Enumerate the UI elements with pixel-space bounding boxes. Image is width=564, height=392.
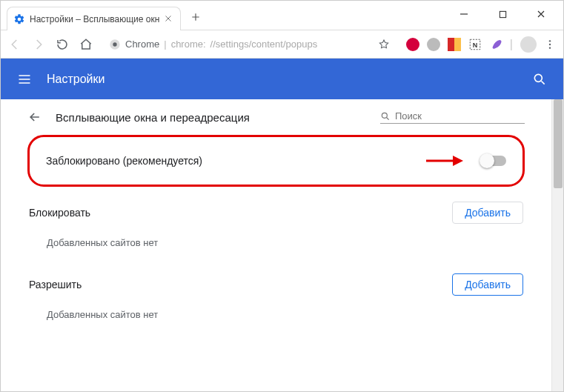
svg-point-9	[382, 113, 387, 118]
svg-rect-0	[500, 11, 505, 17]
extension-icon[interactable]	[448, 38, 461, 51]
svg-point-8	[534, 74, 542, 82]
close-tab-icon[interactable]	[164, 14, 174, 24]
browser-toolbar: Chrome | chrome://settings/content/popup…	[1, 30, 563, 59]
allow-add-button[interactable]: Добавить	[452, 273, 523, 296]
block-section-header: Блокировать Добавить	[27, 197, 525, 234]
block-section-title: Блокировать	[29, 207, 90, 219]
settings-content: Всплывающие окна и переадресация Заблоки…	[1, 99, 551, 392]
search-input[interactable]	[395, 110, 525, 122]
tab-title: Настройки – Всплывающие окн	[30, 14, 159, 24]
window-minimize-icon[interactable]	[454, 4, 474, 24]
nav-forward-icon	[32, 38, 45, 51]
address-path: //settings/content/popups	[210, 39, 318, 50]
svg-text:N: N	[473, 41, 478, 48]
highlight-annotation: Заблокировано (рекомендуется)	[27, 135, 525, 187]
vertical-scrollbar[interactable]	[551, 99, 563, 392]
svg-point-2	[113, 42, 116, 46]
scrollbar-thumb[interactable]	[554, 99, 563, 188]
window-titlebar: Настройки – Всплывающие окн	[1, 1, 563, 30]
toggle-knob	[480, 153, 494, 168]
bookmark-star-icon[interactable]	[378, 39, 390, 50]
popups-toggle[interactable]	[481, 156, 506, 166]
address-bar[interactable]: Chrome | chrome://settings/content/popup…	[102, 34, 397, 55]
nav-home-icon[interactable]	[79, 38, 93, 51]
header-search-icon[interactable]	[532, 72, 547, 87]
profile-avatar-icon[interactable]	[520, 36, 537, 53]
window-close-icon[interactable]	[531, 4, 551, 24]
svg-point-6	[549, 43, 551, 44]
settings-header-title: Настройки	[47, 73, 104, 86]
chrome-logo-icon	[109, 39, 121, 50]
search-icon	[380, 111, 391, 122]
window-maximize-icon[interactable]	[492, 4, 513, 24]
feather-extension-icon[interactable]	[489, 38, 502, 51]
nav-back-icon	[8, 38, 21, 51]
block-add-button[interactable]: Добавить	[452, 202, 523, 224]
settings-favicon-icon	[13, 13, 25, 25]
nav-reload-icon[interactable]	[56, 38, 69, 51]
extension-divider: |	[510, 38, 513, 51]
svg-point-7	[549, 47, 551, 48]
settings-header: Настройки	[1, 59, 563, 99]
menu-dots-icon[interactable]	[544, 39, 556, 50]
address-label: Chrome	[125, 39, 159, 50]
svg-point-5	[549, 40, 551, 41]
allow-section-header: Разрешить Добавить	[27, 269, 525, 306]
block-empty-message: Добавленных сайтов нет	[27, 234, 525, 269]
extension-icon[interactable]	[427, 38, 440, 51]
blocked-toggle-label: Заблокировано (рекомендуется)	[46, 155, 202, 167]
content-subheader: Всплывающие окна и переадресация	[27, 110, 525, 124]
page-title: Всплывающие окна и переадресация	[56, 111, 367, 124]
annotation-arrow-icon	[425, 154, 463, 167]
back-arrow-icon[interactable]	[27, 110, 42, 124]
menu-hamburger-icon[interactable]	[17, 72, 32, 87]
svg-marker-11	[453, 156, 463, 166]
browser-tab[interactable]: Настройки – Всплывающие окн	[7, 7, 181, 30]
allow-section-title: Разрешить	[29, 279, 82, 290]
address-scheme: chrome:	[171, 39, 206, 50]
address-separator: |	[164, 39, 166, 50]
allow-empty-message: Добавленных сайтов нет	[27, 306, 525, 341]
extension-icon[interactable]: N	[468, 38, 482, 51]
adblock-extension-icon[interactable]	[406, 38, 419, 51]
content-search-field[interactable]	[380, 110, 525, 124]
new-tab-button[interactable]	[185, 7, 206, 27]
